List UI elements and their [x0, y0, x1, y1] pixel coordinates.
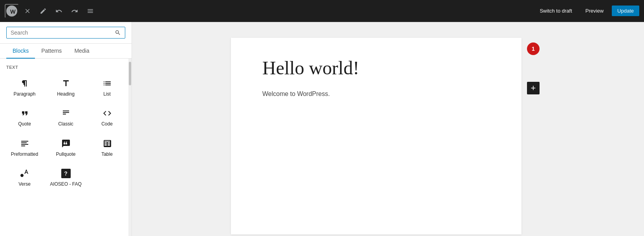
undo-button[interactable] [52, 4, 66, 18]
scrollbar-track[interactable] [128, 59, 132, 236]
toolbar: Switch to draft Preview Update [0, 0, 644, 22]
block-item-aioseo[interactable]: ? AIOSEO - FAQ [46, 163, 86, 191]
edit-button[interactable] [36, 4, 50, 18]
pullquote-icon [60, 138, 71, 149]
block-label-classic: Classic [58, 121, 73, 127]
block-item-verse[interactable]: Verse [5, 163, 44, 191]
block-label-pullquote: Pullquote [56, 151, 75, 157]
post-title: Hello world! [262, 57, 490, 79]
menu-button[interactable] [83, 4, 97, 18]
toolbar-left [5, 4, 533, 18]
preformatted-icon [19, 138, 30, 149]
block-item-heading[interactable]: Heading [46, 73, 86, 101]
verse-icon [19, 168, 30, 179]
tab-patterns[interactable]: Patterns [35, 44, 68, 59]
tab-blocks[interactable]: Blocks [6, 44, 35, 59]
search-button[interactable] [115, 30, 121, 36]
wp-logo-icon [6, 6, 17, 17]
quote-icon [19, 108, 30, 119]
redo-icon [71, 7, 78, 15]
svg-rect-3 [21, 146, 25, 146]
block-label-heading: Heading [57, 91, 75, 97]
svg-rect-1 [21, 142, 27, 143]
svg-rect-0 [21, 141, 28, 142]
tabs-bar: Blocks Patterns Media [0, 44, 132, 59]
preview-button[interactable]: Preview [580, 5, 609, 17]
content-area: Hello world! Welcome to WordPress. 1 + [132, 22, 644, 236]
right-sidebar-icons: 1 + [521, 38, 545, 220]
block-label-list: List [103, 91, 111, 97]
editor-content[interactable]: Hello world! Welcome to WordPress. [231, 38, 521, 234]
search-icon [115, 30, 121, 36]
search-box [6, 27, 125, 39]
switch-to-draft-button[interactable]: Switch to draft [534, 5, 577, 17]
tab-media[interactable]: Media [68, 44, 95, 59]
paragraph-icon [19, 78, 30, 89]
heading-icon [60, 78, 71, 89]
notification-badge[interactable]: 1 [527, 42, 540, 55]
block-item-classic[interactable]: Classic [46, 103, 86, 131]
svg-rect-2 [21, 144, 28, 145]
block-item-quote[interactable]: Quote [5, 103, 44, 131]
code-icon [102, 108, 113, 119]
block-label-preformatted: Preformatted [11, 151, 38, 157]
sidebar: Blocks Patterns Media TEXT Paragraph [0, 22, 132, 236]
add-block-button[interactable]: + [527, 82, 540, 94]
aioseo-icon: ? [60, 168, 71, 179]
close-icon [24, 7, 31, 15]
blocks-panel: TEXT Paragraph Heading [0, 59, 132, 236]
block-label-quote: Quote [18, 121, 31, 127]
blocks-grid-text: Paragraph Heading List [0, 71, 132, 193]
update-button[interactable]: Update [612, 6, 639, 16]
menu-icon [87, 7, 94, 15]
wp-logo-button[interactable] [5, 4, 19, 18]
block-item-list[interactable]: List [87, 73, 127, 101]
block-label-aioseo: AIOSEO - FAQ [50, 181, 82, 187]
edit-icon [40, 7, 47, 15]
classic-icon [60, 108, 71, 119]
main-layout: Blocks Patterns Media TEXT Paragraph [0, 22, 644, 236]
toolbar-right: Switch to draft Preview Update [534, 5, 639, 17]
post-body: Welcome to WordPress. [262, 89, 490, 99]
scrollbar-thumb[interactable] [129, 62, 131, 85]
block-label-table: Table [101, 151, 113, 157]
search-input[interactable] [11, 30, 112, 36]
block-label-code: Code [101, 121, 113, 127]
block-label-paragraph: Paragraph [13, 91, 35, 97]
table-icon [102, 138, 113, 149]
block-item-preformatted[interactable]: Preformatted [5, 133, 44, 161]
undo-icon [55, 7, 62, 15]
block-item-paragraph[interactable]: Paragraph [5, 73, 44, 101]
block-item-pullquote[interactable]: Pullquote [46, 133, 86, 161]
close-button[interactable] [20, 4, 35, 18]
search-container [0, 22, 132, 44]
list-icon [102, 78, 113, 89]
section-label-text: TEXT [0, 62, 132, 71]
block-item-table[interactable]: Table [87, 133, 127, 161]
redo-button[interactable] [68, 4, 82, 18]
block-item-code[interactable]: Code [87, 103, 127, 131]
block-label-verse: Verse [18, 181, 31, 187]
